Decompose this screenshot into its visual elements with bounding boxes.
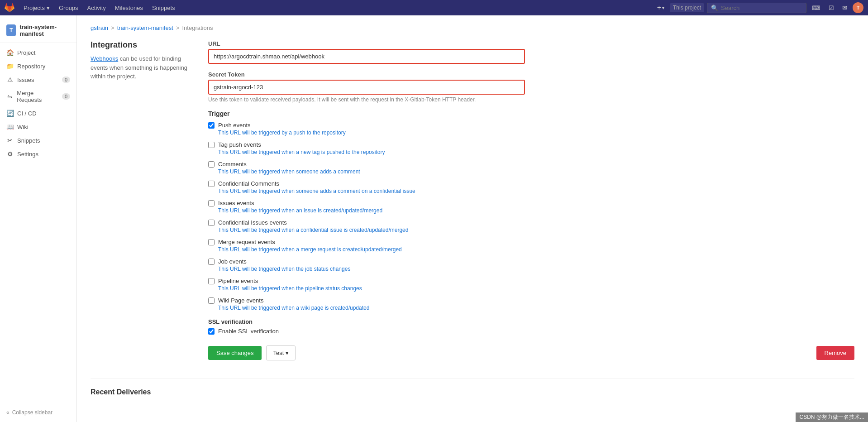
trigger-label-job_events[interactable]: Job events [218, 258, 247, 265]
trigger-desc-pipeline_events: This URL will be triggered when the pipe… [218, 285, 854, 292]
trigger-checkbox-pipeline_events[interactable] [208, 278, 215, 284]
breadcrumb-gstrain[interactable]: gstrain [91, 24, 108, 31]
mail-icon-btn[interactable]: ✉ [839, 3, 850, 13]
integrations-form: URL Secret Token Use this token to valid… [208, 40, 854, 360]
sidebar-item-label: Settings [17, 151, 38, 158]
trigger-checkbox-push_events[interactable] [208, 122, 215, 129]
trigger-checkbox-confidential_comments[interactable] [208, 181, 215, 187]
todo-icon-btn[interactable]: ☑ [826, 3, 837, 13]
sidebar-item-label: Snippets [17, 137, 40, 144]
trigger-desc-confidential_comments: This URL will be triggered when someone … [218, 188, 854, 194]
trigger-item-merge_request_events: Merge request events This URL will be tr… [208, 239, 854, 253]
search-icon: 🔍 [711, 5, 718, 11]
sidebar-item-wiki[interactable]: 📖 Wiki [0, 120, 76, 134]
user-avatar[interactable]: T [853, 2, 863, 13]
trigger-desc-wiki_page_events: This URL will be triggered when a wiki p… [218, 305, 854, 311]
nav-groups[interactable]: Groups [55, 3, 82, 13]
keyboard-icon-btn[interactable]: ⌨ [809, 3, 823, 13]
collapse-sidebar-btn[interactable]: « Collapse sidebar [6, 409, 71, 416]
trigger-title: Trigger [208, 110, 854, 117]
sidebar-item-label: Wiki [17, 124, 29, 130]
test-button[interactable]: Test ▾ [266, 345, 296, 360]
repository-icon: 📁 [6, 62, 14, 70]
trigger-checkbox-comments[interactable] [208, 161, 215, 168]
trigger-label-confidential_comments[interactable]: Confidential Comments [218, 180, 279, 187]
trigger-item-push_events: Push events This URL will be triggered b… [208, 122, 854, 136]
settings-icon: ⚙ [6, 150, 14, 158]
trigger-label-push_events[interactable]: Push events [218, 122, 251, 129]
trigger-checkbox-job_events[interactable] [208, 259, 215, 265]
sidebar-item-label: Repository [17, 63, 45, 70]
trigger-checkbox-confidential_issues_events[interactable] [208, 220, 215, 226]
nav-snippets[interactable]: Snippets [148, 3, 179, 13]
trigger-checkbox-issues_events[interactable] [208, 200, 215, 206]
nav-activity[interactable]: Activity [84, 3, 110, 13]
sidebar-item-issues[interactable]: ⚠ Issues 0 [0, 73, 76, 86]
nav-projects[interactable]: Projects ▾ [20, 3, 53, 13]
sidebar-item-project[interactable]: 🏠 Project [0, 46, 76, 59]
trigger-item-issues_events: Issues events This URL will be triggered… [208, 200, 854, 214]
this-project-dropdown[interactable]: This project [670, 3, 704, 12]
sidebar-item-merge-requests[interactable]: ⇋ Merge Requests 0 [0, 86, 76, 106]
trigger-label-tag_push_events[interactable]: Tag push events [218, 141, 261, 148]
plus-icon-btn[interactable]: + ▾ [654, 2, 667, 14]
trigger-desc-merge_request_events: This URL will be triggered when a merge … [218, 246, 854, 253]
trigger-item-confidential_comments: Confidential Comments This URL will be t… [208, 180, 854, 194]
mail-icon: ✉ [842, 5, 847, 11]
nav-right: + ▾ This project 🔍 ⌨ ☑ ✉ T [654, 2, 863, 14]
project-avatar: T [6, 24, 16, 36]
trigger-label-merge_request_events[interactable]: Merge request events [218, 239, 275, 245]
sidebar: T train-system-manifest 🏠 Project 📁 Repo… [0, 15, 77, 422]
trigger-label-pipeline_events[interactable]: Pipeline events [218, 278, 258, 284]
url-input[interactable] [208, 49, 525, 64]
app-body: T train-system-manifest 🏠 Project 📁 Repo… [0, 15, 868, 422]
actions-row: Save changes Test ▾ Remove [208, 345, 854, 360]
trigger-checkbox-merge_request_events[interactable] [208, 239, 215, 245]
trigger-item-tag_push_events: Tag push events This URL will be trigger… [208, 141, 854, 155]
project-name: train-system-manifest [19, 24, 70, 37]
collapse-icon: « [6, 409, 10, 416]
secret-token-input[interactable] [208, 80, 525, 95]
secret-token-label: Secret Token [208, 71, 854, 78]
remove-button[interactable]: Remove [816, 346, 854, 360]
integrations-desc: Webhooks can be used for binding events … [91, 54, 190, 81]
ssl-row: Enable SSL verification [208, 328, 854, 335]
trigger-item-job_events: Job events This URL will be triggered wh… [208, 258, 854, 272]
issues-icon: ⚠ [6, 76, 14, 83]
trigger-item-pipeline_events: Pipeline events This URL will be trigger… [208, 278, 854, 292]
trigger-checkbox-wiki_page_events[interactable] [208, 297, 215, 304]
gitlab-logo[interactable] [5, 3, 14, 13]
sidebar-item-settings[interactable]: ⚙ Settings [0, 147, 76, 161]
trigger-label-comments[interactable]: Comments [218, 161, 247, 168]
breadcrumb-sep-2: > [176, 24, 180, 31]
trigger-label-issues_events[interactable]: Issues events [218, 200, 254, 206]
trigger-desc-push_events: This URL will be triggered by a push to … [218, 129, 854, 136]
ssl-checkbox[interactable] [208, 328, 215, 335]
trigger-item-comments: Comments This URL will be triggered when… [208, 161, 854, 175]
trigger-item-wiki_page_events: Wiki Page events This URL will be trigge… [208, 297, 854, 311]
sidebar-item-ci-cd[interactable]: 🔄 CI / CD [0, 106, 76, 120]
breadcrumb-project[interactable]: train-system-manifest [117, 24, 173, 31]
sidebar-item-label: Merge Requests [17, 90, 58, 103]
save-changes-button[interactable]: Save changes [208, 346, 262, 360]
integrations-title: Integrations [91, 40, 190, 50]
ci-cd-icon: 🔄 [6, 110, 14, 117]
nav-milestones[interactable]: Milestones [111, 3, 147, 13]
issues-badge: 0 [62, 77, 70, 83]
sidebar-item-repository[interactable]: 📁 Repository [0, 59, 76, 73]
secret-token-hint: Use this token to validate received payl… [208, 96, 854, 103]
ssl-label[interactable]: Enable SSL verification [218, 328, 279, 335]
trigger-checkbox-tag_push_events[interactable] [208, 142, 215, 148]
search-box[interactable]: 🔍 [707, 3, 806, 13]
sidebar-project-header: T train-system-manifest [0, 20, 76, 43]
url-label: URL [208, 40, 854, 47]
keyboard-icon: ⌨ [812, 5, 820, 11]
search-input[interactable] [721, 5, 802, 11]
trigger-label-confidential_issues_events[interactable]: Confidential Issues events [218, 219, 287, 226]
breadcrumb-sep-1: > [111, 24, 114, 31]
trigger-label-wiki_page_events[interactable]: Wiki Page events [218, 297, 263, 304]
webhooks-link[interactable]: Webhooks [91, 55, 118, 62]
trigger-desc-issues_events: This URL will be triggered when an issue… [218, 207, 854, 214]
sidebar-item-snippets[interactable]: ✂ Snippets [0, 134, 76, 147]
url-group: URL [208, 40, 854, 64]
